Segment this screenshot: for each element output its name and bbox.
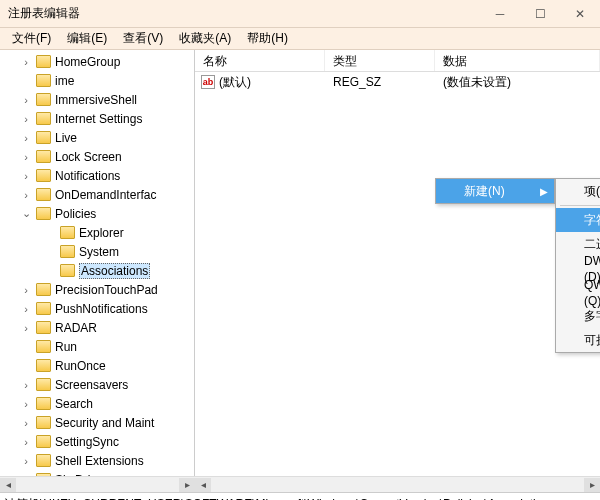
chevron-right-icon[interactable]: › xyxy=(20,151,32,163)
tree-item-label: System xyxy=(79,245,119,259)
tree-item[interactable]: ›SkyDrive xyxy=(0,470,194,476)
tree-item[interactable]: ›Screensavers xyxy=(0,375,194,394)
tree-item-label: ImmersiveShell xyxy=(55,93,137,107)
ctx-qword[interactable]: QWORD (64 位)值(Q) xyxy=(556,280,600,304)
chevron-right-icon[interactable]: › xyxy=(20,189,32,201)
folder-icon xyxy=(36,416,51,429)
col-name[interactable]: 名称 xyxy=(195,50,325,71)
tree-item[interactable]: RunOnce xyxy=(0,356,194,375)
scroll-left-icon[interactable]: ◂ xyxy=(195,478,211,492)
chevron-right-icon[interactable]: › xyxy=(20,455,32,467)
tree-item[interactable]: System xyxy=(0,242,194,261)
chevron-right-icon[interactable]: › xyxy=(20,113,32,125)
folder-icon xyxy=(36,321,51,334)
chevron-right-icon[interactable]: › xyxy=(20,417,32,429)
tree-item[interactable]: ›HomeGroup xyxy=(0,52,194,71)
chevron-right-icon[interactable]: › xyxy=(20,398,32,410)
chevron-right-icon[interactable]: › xyxy=(20,303,32,315)
folder-icon xyxy=(36,74,51,87)
tree-item-label: Screensavers xyxy=(55,378,128,392)
tree-item-label: Notifications xyxy=(55,169,120,183)
tree-item-label: Associations xyxy=(79,263,150,279)
tree-item[interactable]: ›Security and Maint xyxy=(0,413,194,432)
menu-favorites[interactable]: 收藏夹(A) xyxy=(171,30,239,47)
minimize-button[interactable]: ─ xyxy=(480,0,520,28)
tree-item-label: Explorer xyxy=(79,226,124,240)
chevron-right-icon[interactable]: › xyxy=(20,379,32,391)
window-title: 注册表编辑器 xyxy=(8,5,80,22)
chevron-right-icon[interactable]: › xyxy=(20,322,32,334)
value-data: (数值未设置) xyxy=(435,74,600,91)
scroll-right-icon[interactable]: ▸ xyxy=(179,478,195,492)
string-icon: ab xyxy=(201,75,215,89)
tree-item[interactable]: ›Lock Screen xyxy=(0,147,194,166)
folder-icon xyxy=(36,150,51,163)
folder-icon xyxy=(36,340,51,353)
tree-item[interactable]: ›OnDemandInterfac xyxy=(0,185,194,204)
chevron-right-icon: ▶ xyxy=(540,186,548,197)
tree-item[interactable]: ›PrecisionTouchPad xyxy=(0,280,194,299)
tree-item[interactable]: ›Search xyxy=(0,394,194,413)
close-button[interactable]: ✕ xyxy=(560,0,600,28)
tree-item[interactable]: ›Live xyxy=(0,128,194,147)
tree-item-label: Live xyxy=(55,131,77,145)
tree-item-label: OnDemandInterfac xyxy=(55,188,156,202)
tree-panel[interactable]: ›HomeGroupime›ImmersiveShell›Internet Se… xyxy=(0,50,195,476)
tree-item[interactable]: Explorer xyxy=(0,223,194,242)
maximize-button[interactable]: ☐ xyxy=(520,0,560,28)
tree-item[interactable]: ›Shell Extensions xyxy=(0,451,194,470)
ctx-multi[interactable]: 多字符串值(M) xyxy=(556,304,600,328)
chevron-right-icon[interactable]: › xyxy=(20,284,32,296)
folder-icon xyxy=(36,359,51,372)
tree-item[interactable]: ›ImmersiveShell xyxy=(0,90,194,109)
chevron-right-icon[interactable]: › xyxy=(20,436,32,448)
tree-item[interactable]: ›SettingSync xyxy=(0,432,194,451)
folder-icon xyxy=(60,264,75,277)
ctx-expand[interactable]: 可扩充字符串值(E) xyxy=(556,328,600,352)
tree-item-label: Search xyxy=(55,397,93,411)
chevron-right-icon[interactable]: › xyxy=(20,132,32,144)
menu-file[interactable]: 文件(F) xyxy=(4,30,59,47)
col-type[interactable]: 类型 xyxy=(325,50,435,71)
folder-icon xyxy=(60,226,75,239)
tree-item-label: Policies xyxy=(55,207,96,221)
list-row[interactable]: ab (默认) REG_SZ (数值未设置) xyxy=(195,72,600,92)
tree-item[interactable]: ›Notifications xyxy=(0,166,194,185)
tree-item-label: Lock Screen xyxy=(55,150,122,164)
scroll-left-icon[interactable]: ◂ xyxy=(0,478,16,492)
folder-icon xyxy=(36,112,51,125)
tree-item[interactable]: ime xyxy=(0,71,194,90)
menu-view[interactable]: 查看(V) xyxy=(115,30,171,47)
folder-icon xyxy=(36,131,51,144)
tree-item[interactable]: ⌄Policies xyxy=(0,204,194,223)
tree-item-label: SkyDrive xyxy=(55,473,103,477)
ctx-new[interactable]: 新建(N)▶ xyxy=(436,179,554,203)
tree-item[interactable]: ›PushNotifications xyxy=(0,299,194,318)
chevron-right-icon[interactable]: › xyxy=(20,56,32,68)
scroll-right-icon[interactable]: ▸ xyxy=(584,478,600,492)
ctx-string[interactable]: 字符串值(S) xyxy=(556,208,600,232)
tree-item[interactable]: Run xyxy=(0,337,194,356)
context-submenu: 项(K) 字符串值(S) 二进制值(B) DWORD (32 位)值(D) QW… xyxy=(555,178,600,353)
tree-item-label: Security and Maint xyxy=(55,416,154,430)
chevron-right-icon[interactable]: › xyxy=(20,474,32,477)
menu-help[interactable]: 帮助(H) xyxy=(239,30,296,47)
col-data[interactable]: 数据 xyxy=(435,50,600,71)
value-type: REG_SZ xyxy=(325,75,435,89)
titlebar: 注册表编辑器 ─ ☐ ✕ xyxy=(0,0,600,28)
tree-item-label: SettingSync xyxy=(55,435,119,449)
tree-item[interactable]: ›Internet Settings xyxy=(0,109,194,128)
folder-icon xyxy=(36,378,51,391)
list-panel[interactable]: 名称 类型 数据 ab (默认) REG_SZ (数值未设置) 新建(N)▶ 项… xyxy=(195,50,600,476)
tree-item[interactable]: Associations xyxy=(0,261,194,280)
chevron-down-icon[interactable]: ⌄ xyxy=(20,207,32,220)
ctx-key[interactable]: 项(K) xyxy=(556,179,600,203)
folder-icon xyxy=(36,435,51,448)
menu-edit[interactable]: 编辑(E) xyxy=(59,30,115,47)
tree-item[interactable]: ›RADAR xyxy=(0,318,194,337)
chevron-right-icon[interactable]: › xyxy=(20,170,32,182)
list-scrollbar[interactable]: ◂ ▸ xyxy=(195,476,600,492)
folder-icon xyxy=(36,302,51,315)
tree-scrollbar[interactable]: ◂ ▸ xyxy=(0,476,195,492)
chevron-right-icon[interactable]: › xyxy=(20,94,32,106)
